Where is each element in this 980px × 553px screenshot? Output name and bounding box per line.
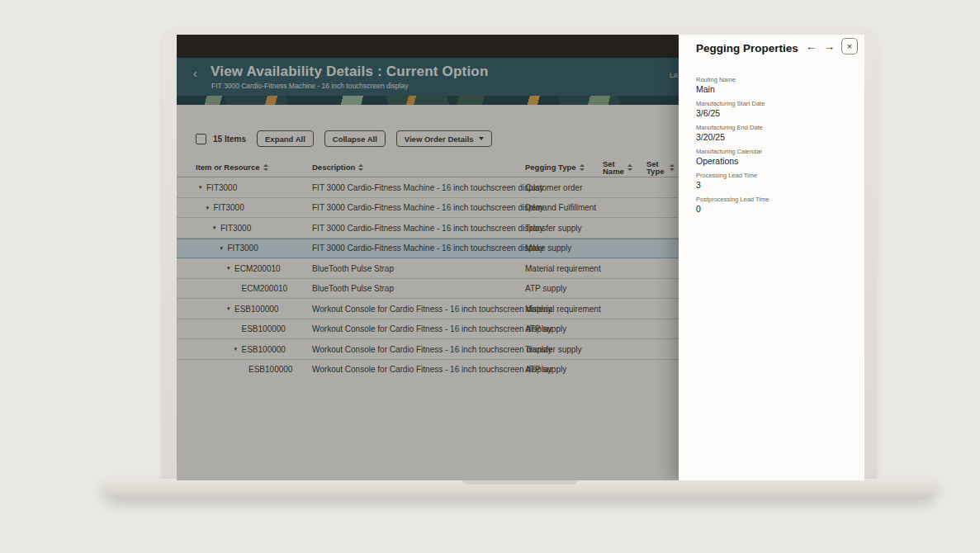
- field-label: Routing Name: [696, 76, 864, 83]
- field-label: Manufacturing End Date: [696, 124, 864, 131]
- field-value: 0: [696, 204, 864, 214]
- field-label: Processing Lead Time: [696, 172, 864, 179]
- laptop-screen: ‹ View Availability Details : Current Op…: [177, 35, 864, 480]
- panel-field-list: Routing Name Main Manufacturing Start Da…: [679, 71, 864, 214]
- close-icon: ×: [847, 41, 852, 51]
- field-value: Operations: [696, 156, 864, 166]
- field-value: 3/6/25: [696, 108, 864, 118]
- field-value: 3/20/25: [696, 132, 864, 142]
- panel-field: Manufacturing Calendar Operations: [696, 148, 864, 166]
- field-value: Main: [696, 84, 864, 94]
- laptop-base: [102, 479, 938, 498]
- pegging-properties-panel: Pegging Properties ← → × Routing Name Ma…: [679, 35, 864, 480]
- app-window: ‹ View Availability Details : Current Op…: [177, 35, 679, 480]
- field-label: Manufacturing Calendar: [696, 148, 864, 155]
- panel-title: Pegging Properties: [696, 42, 798, 54]
- panel-field: Manufacturing Start Date 3/6/25: [696, 100, 864, 118]
- overlay-scrim[interactable]: [177, 35, 679, 480]
- field-label: Postprocessing Lead Time: [696, 196, 864, 203]
- panel-field: Manufacturing End Date 3/20/25: [696, 124, 864, 142]
- panel-field: Routing Name Main: [696, 76, 864, 94]
- panel-field: Postprocessing Lead Time 0: [696, 196, 864, 214]
- close-panel-button[interactable]: ×: [841, 38, 858, 54]
- panel-field: Processing Lead Time 3: [696, 172, 864, 190]
- next-record-arrow-icon[interactable]: →: [824, 40, 835, 53]
- field-value: 3: [696, 180, 864, 190]
- panel-header: Pegging Properties ← → ×: [679, 35, 864, 71]
- field-label: Manufacturing Start Date: [696, 100, 864, 107]
- previous-record-arrow-icon[interactable]: ←: [806, 40, 817, 53]
